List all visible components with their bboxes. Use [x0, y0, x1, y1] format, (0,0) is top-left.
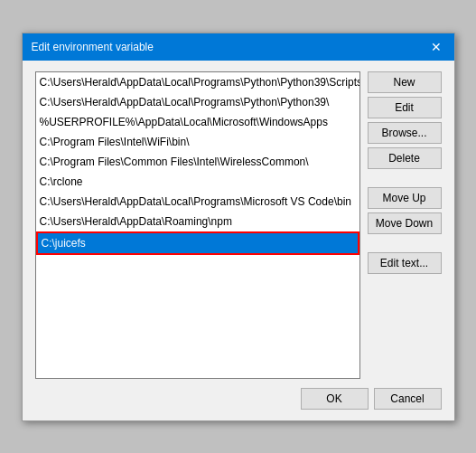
delete-button[interactable]: Delete [368, 147, 442, 169]
new-button[interactable]: New [368, 71, 442, 93]
close-button[interactable]: ✕ [427, 38, 445, 56]
move-down-button[interactable]: Move Down [368, 212, 442, 234]
browse-button[interactable]: Browse... [368, 122, 442, 144]
env-var-list[interactable]: C:\Users\Herald\AppData\Local\Programs\P… [35, 71, 360, 379]
cancel-button[interactable]: Cancel [374, 388, 442, 410]
list-item[interactable]: %USERPROFILE%\AppData\Local\Microsoft\Wi… [36, 112, 359, 132]
ok-button[interactable]: OK [301, 388, 369, 410]
list-item[interactable]: C:\juicefs [36, 231, 359, 255]
list-item[interactable]: C:\Users\Herald\AppData\Local\Programs\P… [36, 92, 359, 112]
bottom-buttons: OK Cancel [35, 388, 442, 410]
list-item[interactable]: C:\Program Files\Common Files\Intel\Wire… [36, 152, 359, 172]
list-item[interactable]: C:\Users\Herald\AppData\Roaming\npm [36, 212, 359, 231]
list-item[interactable]: C:\Users\Herald\AppData\Local\Programs\M… [36, 192, 359, 212]
list-item[interactable]: C:\Users\Herald\AppData\Local\Programs\P… [36, 72, 359, 92]
dialog: Edit environment variable ✕ C:\Users\Her… [22, 33, 455, 421]
dialog-title: Edit environment variable [32, 41, 154, 53]
main-area: C:\Users\Herald\AppData\Local\Programs\P… [35, 71, 442, 379]
dialog-content: C:\Users\Herald\AppData\Local\Programs\P… [23, 61, 454, 420]
list-item[interactable]: C:\rclone [36, 172, 359, 192]
action-buttons: New Edit Browse... Delete Move Up Move D… [368, 71, 442, 379]
title-bar: Edit environment variable ✕ [23, 33, 454, 61]
edit-text-button[interactable]: Edit text... [368, 252, 442, 274]
edit-button[interactable]: Edit [368, 97, 442, 118]
list-item[interactable]: C:\Program Files\Intel\WiFi\bin\ [36, 132, 359, 152]
move-up-button[interactable]: Move Up [368, 187, 442, 209]
